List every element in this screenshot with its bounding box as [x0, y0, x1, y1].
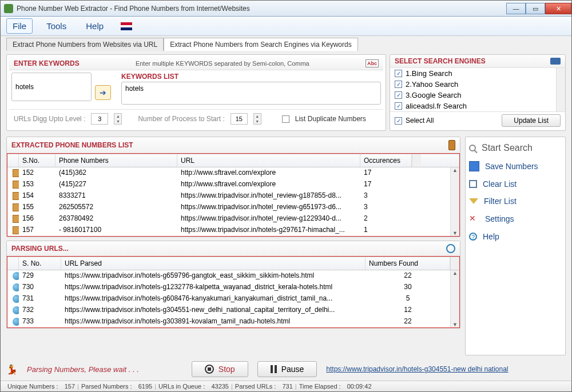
enter-keywords-label: ENTER KEYWORDS [14, 59, 80, 67]
current-url-link[interactable]: https://www.tripadvisor.in/hotels-g30455… [326, 365, 508, 373]
activity-icon: 💃 [6, 364, 18, 375]
menu-file[interactable]: File [6, 18, 33, 34]
engines-scrollbar[interactable] [556, 68, 565, 111]
table-row[interactable]: 156 263780492 https://www.tripadvisor.in… [7, 213, 450, 225]
save-numbers-button[interactable]: Save Numbers [469, 161, 562, 171]
row-icon [13, 203, 19, 211]
keywords-list-label: KEYWORDS LIST [121, 73, 381, 82]
table-row[interactable]: 154 8333271 https://www.tripadvisor.in/h… [7, 190, 450, 202]
parsing-scrollbar[interactable]: ▲▼ [450, 270, 459, 327]
pause-button[interactable]: Pause [257, 361, 317, 377]
parsing-panel: PARSING URLS... S. No. URL Parsed Number… [6, 241, 460, 329]
parsed-urls-value: 731 [282, 383, 292, 390]
keywords-hint: Enter multiple KEYWORDS separated by Sem… [136, 60, 309, 67]
extracted-rows: 152 (415)362 http://www.sftravel.com/exp… [7, 167, 450, 236]
table-row[interactable]: 157 - 9816017100 https://www.tripadvisor… [7, 225, 450, 236]
engine-item-bing[interactable]: ✓1.Bing Search [390, 68, 556, 79]
status-message: Parsing Numbers, Please wait . . . [27, 365, 139, 374]
minimize-button[interactable]: — [506, 3, 526, 14]
clear-icon [469, 180, 477, 188]
phone-icon [448, 140, 455, 150]
app-window: Phone Number Web Extractor - Find Phone … [0, 0, 572, 392]
filter-list-button[interactable]: Filter List [469, 197, 562, 206]
tab-url-extract[interactable]: Extract Phone Numbers from Websites via … [6, 38, 164, 51]
process-count-label: Number of Process to Start : [138, 115, 224, 123]
col-numbers-found[interactable]: Numbers Found [366, 257, 450, 270]
actions-sidebar: Start Search Save Numbers Clear List Fil… [465, 137, 566, 355]
table-row[interactable]: 730 https://www.tripadvisor.in/hotels-g1… [7, 282, 450, 293]
start-search-button[interactable]: Start Search [469, 143, 562, 153]
camera-icon[interactable] [550, 58, 561, 65]
time-elapsed-value: 00:09:42 [347, 383, 372, 390]
keyword-input[interactable] [11, 73, 92, 101]
urls-queue-label: URLs in Queue : [158, 383, 205, 390]
col-phone[interactable]: Phone Numbers [55, 154, 177, 167]
extracted-table-header: S.No. Phone Numbers URL Occurences [7, 154, 459, 167]
engine-item-aliceadsl[interactable]: ✓aliceadsl.fr Search [390, 101, 556, 111]
add-keyword-button[interactable]: ➔ [95, 85, 111, 100]
menu-help[interactable]: Help [80, 19, 109, 33]
globe-icon [13, 283, 19, 291]
settings-button[interactable]: Settings [469, 214, 562, 224]
digg-level-input[interactable] [91, 113, 108, 125]
maximize-button[interactable]: ▭ [526, 3, 545, 14]
table-row[interactable]: 152 (415)362 http://www.sftravel.com/exp… [7, 167, 450, 179]
tab-keyword-extract[interactable]: Extract Phone Numbers from Search Engine… [164, 38, 357, 51]
table-row[interactable]: 732 https://www.tripadvisor.in/hotels-g3… [7, 305, 450, 316]
engine-item-google[interactable]: ✓3.Google Search [390, 90, 556, 101]
extracted-scrollbar[interactable]: ▲▼ [450, 167, 459, 236]
parsing-table-header: S. No. URL Parsed Numbers Found [7, 257, 459, 270]
table-row[interactable]: 155 262505572 https://www.tripadvisor.in… [7, 202, 450, 213]
save-icon [469, 161, 479, 171]
table-row[interactable]: 153 (415)227 http://www.sftravel.com/exp… [7, 179, 450, 190]
clear-list-button[interactable]: Clear List [469, 179, 562, 189]
duplicate-checkbox[interactable] [282, 115, 289, 123]
table-row[interactable]: 733 https://www.tripadvisor.in/hotels-g3… [7, 316, 450, 327]
unique-numbers-value: 157 [65, 383, 75, 390]
menu-tools[interactable]: Tools [41, 19, 72, 33]
select-all-checkbox[interactable]: ✓ [395, 117, 402, 125]
parsing-scrollbar-head [450, 257, 459, 270]
row-icon [13, 215, 19, 223]
spellcheck-icon[interactable]: Abc [366, 59, 379, 67]
help-button[interactable]: ?Help [469, 232, 562, 241]
menubar: File Tools Help [1, 17, 571, 36]
stop-icon [205, 365, 214, 374]
extracted-list-head: EXTRACTED PHONE NUMBERS LIST [11, 141, 133, 149]
stop-button[interactable]: Stop [192, 361, 248, 377]
row-icon [13, 181, 19, 189]
row-icon [13, 226, 19, 234]
duplicate-label: List Duplicate Numbers [295, 115, 366, 123]
col-url[interactable]: URL [177, 154, 360, 167]
magnifier-icon [446, 244, 455, 253]
select-all-label: Select All [406, 117, 434, 125]
col-occurrences[interactable]: Occurences [360, 154, 412, 167]
keywords-list[interactable]: hotels [121, 82, 381, 105]
col-sno[interactable]: S.No. [19, 154, 55, 167]
language-flag-icon[interactable] [121, 22, 132, 30]
engine-item-yahoo[interactable]: ✓2.Yahoo Search [390, 79, 556, 90]
globe-icon [13, 306, 19, 314]
globe-icon [13, 318, 19, 326]
col-parse-url[interactable]: URL Parsed [61, 257, 366, 270]
filter-icon [469, 198, 478, 204]
search-icon [469, 145, 476, 151]
col-parse-sno[interactable]: S. No. [19, 257, 61, 270]
parsed-numbers-value: 6195 [138, 383, 152, 390]
time-elapsed-label: Time Elapsed : [299, 383, 341, 390]
settings-icon [469, 214, 479, 224]
process-count-spinner[interactable]: ▲▼ [253, 113, 261, 125]
globe-icon [13, 295, 19, 303]
parsing-rows: 729 https://www.tripadvisor.in/hotels-g6… [7, 270, 450, 327]
table-row[interactable]: 731 https://www.tripadvisor.in/hotels-g6… [7, 293, 450, 305]
titlebar: Phone Number Web Extractor - Find Phone … [1, 1, 571, 17]
pause-icon [271, 365, 277, 373]
digg-level-label: URLs Digg Upto Level : [14, 115, 85, 123]
digg-level-spinner[interactable]: ▲▼ [114, 113, 122, 125]
process-count-input[interactable] [231, 113, 248, 125]
close-button[interactable]: ✕ [545, 3, 571, 14]
table-row[interactable]: 729 https://www.tripadvisor.in/hotels-g6… [7, 270, 450, 282]
update-list-button[interactable]: Update List [502, 114, 561, 127]
tabbar: Extract Phone Numbers from Websites via … [1, 36, 571, 51]
row-icon [13, 192, 19, 200]
